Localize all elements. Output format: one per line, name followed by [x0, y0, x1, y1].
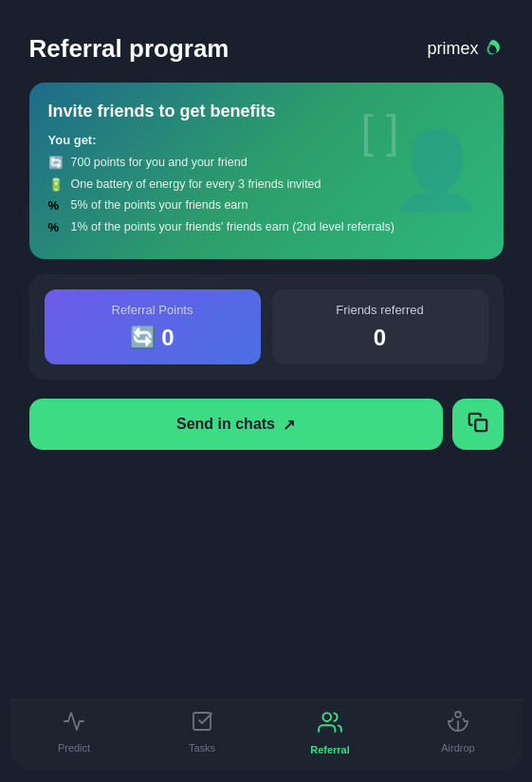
referral-points-icon: 🔄	[130, 326, 156, 350]
nav-label-tasks: Tasks	[189, 742, 215, 754]
header: Referral program primex	[29, 34, 504, 64]
nav-item-tasks[interactable]: Tasks	[138, 710, 266, 755]
banner-title: Invite friends to get benefits	[48, 102, 485, 121]
logo-icon	[483, 37, 504, 62]
send-in-chats-button[interactable]: Send in chats ↗	[29, 399, 443, 450]
friends-referred-box: Friends referred 0	[272, 289, 488, 364]
benefit-icon-1: 🔄	[48, 156, 64, 170]
logo-text: primex	[427, 39, 478, 59]
friends-referred-value: 0	[374, 325, 386, 351]
benefit-icon-4: %	[48, 220, 64, 234]
send-btn-label: Send in chats	[176, 416, 275, 433]
nav-item-referral[interactable]: Referral	[266, 710, 394, 755]
svg-point-3	[455, 712, 461, 717]
nav-item-predict[interactable]: Predict	[10, 710, 138, 755]
copy-icon	[468, 412, 488, 438]
nav-label-airdrop: Airdrop	[441, 742, 474, 754]
nav-label-predict: Predict	[58, 742, 90, 754]
airdrop-icon	[447, 710, 469, 738]
referral-points-box: Referral Points 🔄 0	[45, 289, 261, 364]
benefit-item-4: % 1% of the points your friends' friends…	[48, 219, 485, 236]
benefit-item-1: 🔄 700 points for you and your friend	[48, 155, 485, 172]
bottom-nav: Predict Tasks Referral	[10, 699, 523, 771]
benefit-icon-2: 🔋	[48, 177, 64, 192]
benefit-item-3: % 5% of the points your friends earn	[48, 197, 485, 214]
referral-icon	[318, 710, 342, 740]
page-title: Referral program	[29, 34, 229, 64]
svg-rect-0	[475, 419, 486, 431]
benefit-text-3: 5% of the points your friends earn	[71, 197, 248, 214]
external-link-icon: ↗	[283, 416, 295, 434]
stats-card: Referral Points 🔄 0 Friends referred 0	[29, 274, 504, 380]
nav-item-airdrop[interactable]: Airdrop	[394, 710, 523, 755]
referral-points-label: Referral Points	[112, 303, 193, 317]
svg-point-2	[322, 713, 331, 721]
banner-card: [ ] 👤 Invite friends to get benefits You…	[29, 83, 504, 259]
svg-rect-1	[193, 713, 211, 730]
nav-label-referral: Referral	[310, 744, 350, 755]
app-container: Referral program primex [ ] 👤 Invite fri…	[10, 11, 523, 771]
referral-points-value: 🔄 0	[130, 325, 174, 351]
tasks-icon	[191, 710, 213, 738]
friends-referred-label: Friends referred	[336, 303, 423, 317]
copy-link-button[interactable]	[452, 399, 504, 450]
benefit-icon-3: %	[48, 198, 64, 213]
action-area: Send in chats ↗	[29, 399, 504, 450]
predict-icon	[63, 710, 85, 738]
benefit-text-4: 1% of the points your friends' friends e…	[71, 219, 394, 236]
benefit-text-2: One battery of energy for every 3 friend…	[71, 177, 321, 194]
logo: primex	[427, 37, 503, 62]
benefit-text-1: 700 points for you and your friend	[71, 155, 248, 172]
benefit-item-2: 🔋 One battery of energy for every 3 frie…	[48, 177, 485, 194]
